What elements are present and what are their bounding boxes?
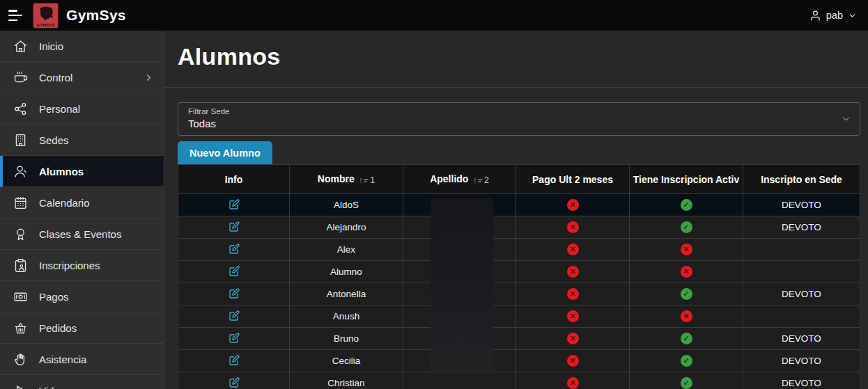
sort-order-number: 2: [484, 175, 489, 185]
cell-info: [178, 372, 290, 389]
cell-nombre: Alex: [290, 239, 403, 261]
column-header-tiene-inscripcion-activ[interactable]: Tiene Inscripcion Activ: [630, 165, 743, 194]
page-title: Alumnos: [178, 43, 860, 70]
sidebar-item-calendario[interactable]: Calendario: [0, 187, 164, 219]
edit-row-button[interactable]: [226, 353, 242, 368]
sidebar-item-personal[interactable]: Personal: [0, 93, 164, 125]
main-content: Alumnos Filtrar Sede Todas Nuevo Alumno …: [164, 31, 868, 389]
status-cross-icon: ✕: [567, 355, 579, 367]
edit-icon: [228, 221, 240, 233]
cell-info: [178, 350, 290, 372]
cell-inscripto-en-sede: DEVOTO: [743, 216, 860, 239]
column-header-info[interactable]: Info: [178, 165, 290, 194]
cell-inscripto-en-sede: [743, 305, 860, 328]
column-header-apellido[interactable]: Apellido↑2: [403, 165, 516, 194]
sidebar-item-asistencia[interactable]: Asistencia: [0, 344, 164, 375]
cell-info: [178, 216, 290, 239]
app-logo[interactable]: GYMSYS: [33, 3, 59, 29]
status-cross-icon: ✕: [567, 288, 579, 300]
sidebar-item-label: Inicio: [39, 40, 63, 52]
status-cross-icon: ✕: [681, 310, 692, 322]
cell-inscripto-en-sede: [743, 261, 860, 283]
sidebar-item-sedes[interactable]: Sedes: [0, 125, 164, 156]
cell-pago-ult-2-meses: ✕: [516, 283, 630, 305]
cell-pago-ult-2-meses: ✕: [516, 328, 630, 350]
building-icon: [13, 133, 28, 148]
sidebar-item-videos[interactable]: Videos: [0, 375, 164, 389]
cell-tiene-inscripcion-activa: ✕: [630, 239, 743, 261]
edit-icon: [228, 265, 240, 278]
cell-tiene-inscripcion-activa: ✓: [630, 372, 743, 389]
calendar-icon: [13, 196, 28, 210]
edit-row-button[interactable]: [226, 375, 242, 389]
cell-info: [178, 194, 290, 216]
cell-pago-ult-2-meses: ✕: [516, 194, 630, 216]
edit-row-button[interactable]: [226, 219, 242, 235]
cell-nombre: Bruno: [290, 328, 403, 350]
sidebar-item-label: Alumnos: [39, 166, 84, 177]
edit-row-button[interactable]: [226, 241, 242, 257]
alumnos-table: InfoNombre↑1Apellido↑2Pago Ult 2 mesesTi…: [178, 164, 860, 389]
sidebar-item-inscripciones[interactable]: Inscripciones: [0, 250, 164, 281]
chevron-right-icon: [144, 72, 154, 83]
edit-row-button[interactable]: [226, 286, 242, 301]
column-label: Info: [225, 174, 243, 185]
status-cross-icon: ✕: [567, 244, 579, 255]
column-header-inscripto-en-sede[interactable]: Inscripto en Sede: [743, 165, 860, 194]
column-header-nombre[interactable]: Nombre↑1: [290, 165, 403, 194]
cell-info: [178, 328, 290, 350]
cell-inscripto-en-sede: [743, 239, 860, 261]
edit-row-button[interactable]: [226, 197, 242, 212]
sort-ascending-icon: ↑1: [359, 175, 375, 185]
sidebar-item-clases-eventos[interactable]: Clases & Eventos: [0, 219, 164, 250]
edit-icon: [228, 376, 240, 389]
table-header-row: InfoNombre↑1Apellido↑2Pago Ult 2 mesesTi…: [178, 165, 860, 194]
sort-ascending-icon: ↑2: [472, 175, 488, 185]
status-cross-icon: ✕: [567, 266, 579, 278]
table-row: Anush✕✕: [178, 305, 860, 328]
sidebar-item-pagos[interactable]: Pagos: [0, 281, 164, 312]
cell-nombre: Alejandro: [290, 216, 403, 239]
play-icon: [13, 383, 28, 389]
cell-pago-ult-2-meses: ✕: [516, 372, 630, 389]
sidebar-item-label: Pagos: [39, 291, 69, 303]
cell-nombre: Cecilia: [290, 350, 403, 372]
cell-tiene-inscripcion-activa: ✓: [630, 328, 743, 350]
cell-pago-ult-2-meses: ✕: [516, 350, 630, 372]
cell-tiene-inscripcion-activa: ✓: [630, 216, 743, 239]
chevron-down-icon: [841, 114, 851, 125]
sidebar-item-pedidos[interactable]: Pedidos: [0, 312, 164, 344]
banknote-icon: [13, 289, 28, 304]
cell-pago-ult-2-meses: ✕: [516, 239, 630, 261]
table-row: Cecilia✕✓DEVOTO: [178, 350, 860, 372]
edit-row-button[interactable]: [226, 264, 242, 279]
filter-value: Todas: [188, 118, 850, 129]
sidebar-item-alumnos[interactable]: Alumnos: [0, 156, 164, 187]
filter-label: Filtrar Sede: [188, 107, 850, 116]
sidebar-item-control[interactable]: Control: [0, 62, 164, 93]
menu-toggle-icon[interactable]: [8, 9, 25, 22]
column-header-pago-ult-2-meses[interactable]: Pago Ult 2 meses: [516, 165, 630, 194]
sidebar-item-label: Pedidos: [39, 322, 77, 334]
filter-sede-select[interactable]: Filtrar Sede Todas: [178, 102, 860, 136]
status-check-icon: ✓: [681, 288, 692, 300]
edit-row-button[interactable]: [226, 331, 242, 346]
edit-icon: [228, 310, 240, 322]
status-cross-icon: ✕: [567, 333, 579, 344]
edit-icon: [228, 198, 240, 211]
table-row: Bruno✕✓DEVOTO: [178, 328, 860, 350]
cell-tiene-inscripcion-activa: ✓: [630, 350, 743, 372]
sidebar-item-inicio[interactable]: Inicio: [0, 31, 164, 62]
cell-info: [178, 283, 290, 305]
column-label: Tiene Inscripcion Activ: [633, 174, 740, 185]
table-body: AldoS✕✓DEVOTOAlejandro✕✓DEVOTOAlex✕✕Alum…: [178, 194, 860, 389]
status-cross-icon: ✕: [567, 377, 579, 389]
status-check-icon: ✓: [681, 199, 692, 211]
sidebar-item-label: Control: [39, 72, 72, 84]
user-menu[interactable]: pab: [809, 10, 857, 22]
edit-row-button[interactable]: [226, 308, 242, 324]
new-alumno-button[interactable]: Nuevo Alumno: [178, 141, 272, 164]
user-name: pab: [826, 10, 843, 21]
logo-text: GYMSYS: [33, 23, 58, 27]
home-icon: [13, 39, 28, 54]
